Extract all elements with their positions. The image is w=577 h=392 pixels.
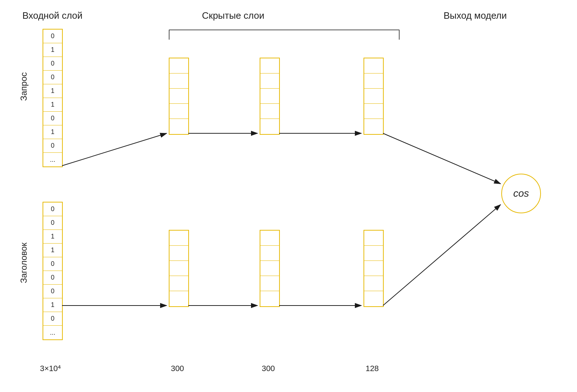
query-label: Запрос	[19, 65, 29, 108]
hq3-cell-4	[364, 104, 383, 119]
hq1-cell-3	[169, 89, 188, 104]
hidden-header-layer1	[169, 230, 189, 307]
header-cell-8: 0	[43, 312, 62, 326]
header-cell-7: 1	[43, 298, 62, 312]
query-cell-2: 0	[43, 57, 62, 71]
hh1-cell-4	[169, 276, 188, 291]
query-input-vector: 0 1 0 0 1 1 0 1 0 ...	[43, 29, 63, 167]
hh2-cell-4	[260, 276, 279, 291]
hh2-cell-5	[260, 291, 279, 306]
header-cell-dots: ...	[43, 326, 62, 339]
hq3-cell-1	[364, 58, 383, 74]
hq2-cell-4	[260, 104, 279, 119]
hh3-cell-4	[364, 276, 383, 291]
svg-line-1	[62, 133, 167, 166]
query-cell-7: 1	[43, 125, 62, 139]
cos-output: cos	[501, 174, 541, 213]
query-cell-4: 1	[43, 84, 62, 98]
hq2-cell-2	[260, 74, 279, 89]
dim-300-2-label: 300	[254, 364, 283, 373]
diagram-container: Входной слой Скрытые слои Выход модели 0…	[0, 0, 577, 392]
hh1-cell-5	[169, 291, 188, 306]
svg-line-4	[383, 133, 501, 184]
query-cell-8: 0	[43, 139, 62, 153]
query-cell-3: 0	[43, 71, 62, 84]
query-cell-0: 0	[43, 30, 62, 43]
hh1-cell-1	[169, 231, 188, 246]
hh2-cell-1	[260, 231, 279, 246]
label-hidden-layers: Скрытые слои	[202, 10, 264, 21]
arrows-svg	[0, 0, 577, 392]
query-cell-6: 0	[43, 112, 62, 125]
hh3-cell-5	[364, 291, 383, 306]
header-cell-4: 0	[43, 257, 62, 271]
header-input-vector: 0 0 1 1 0 0 0 1 0 ...	[43, 202, 63, 340]
query-cell-5: 1	[43, 98, 62, 112]
hq3-cell-2	[364, 74, 383, 89]
hidden-query-layer2	[260, 58, 280, 135]
hidden-header-layer3	[364, 230, 384, 307]
query-cell-1: 1	[43, 43, 62, 57]
header-label: Заголовок	[19, 238, 29, 288]
dim-300-1-label: 300	[163, 364, 192, 373]
hq2-cell-1	[260, 58, 279, 74]
header-cell-0: 0	[43, 202, 62, 216]
header-cell-3: 1	[43, 244, 62, 257]
hq3-cell-5	[364, 119, 383, 134]
query-cell-dots: ...	[43, 153, 62, 166]
hq1-cell-5	[169, 119, 188, 134]
svg-line-8	[383, 205, 501, 306]
dim-128-label: 128	[358, 364, 387, 373]
dim-input-label: 3×10⁴	[29, 364, 72, 373]
hh2-cell-3	[260, 261, 279, 276]
hh2-cell-2	[260, 246, 279, 261]
hh1-cell-2	[169, 246, 188, 261]
hidden-bracket	[169, 30, 400, 40]
hidden-header-layer2	[260, 230, 280, 307]
hq1-cell-2	[169, 74, 188, 89]
hh3-cell-1	[364, 231, 383, 246]
hq1-cell-1	[169, 58, 188, 74]
hq2-cell-5	[260, 119, 279, 134]
hidden-query-layer1	[169, 58, 189, 135]
label-output-model: Выход модели	[444, 10, 507, 21]
header-cell-6: 0	[43, 285, 62, 298]
hq2-cell-3	[260, 89, 279, 104]
header-cell-1: 0	[43, 216, 62, 230]
header-cell-5: 0	[43, 271, 62, 285]
hidden-query-layer3	[364, 58, 384, 135]
hh1-cell-3	[169, 261, 188, 276]
header-cell-2: 1	[43, 230, 62, 244]
hq3-cell-3	[364, 89, 383, 104]
hh3-cell-2	[364, 246, 383, 261]
cos-label: cos	[513, 188, 529, 199]
hh3-cell-3	[364, 261, 383, 276]
label-input-layer: Входной слой	[22, 10, 83, 21]
hq1-cell-4	[169, 104, 188, 119]
